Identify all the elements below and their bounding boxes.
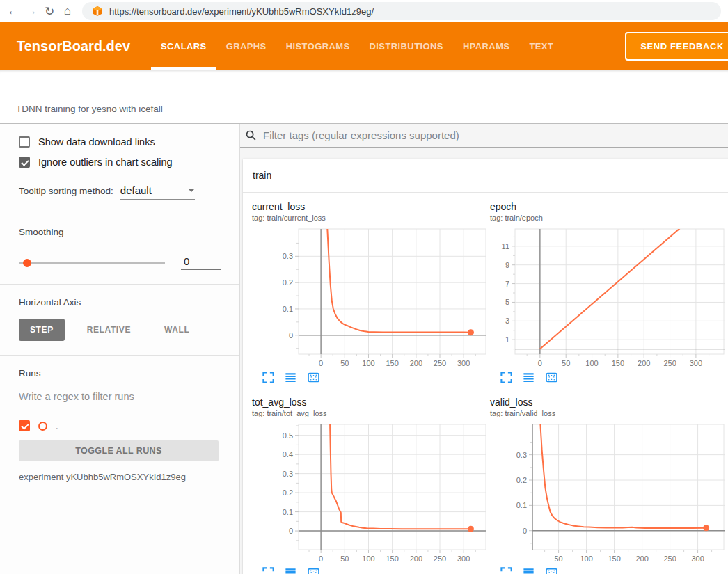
svg-text:250: 250 — [663, 555, 676, 563]
fullscreen-icon[interactable] — [262, 371, 275, 384]
show-download-links-checkbox[interactable]: Show data download links — [19, 136, 221, 148]
data-table-icon[interactable] — [284, 566, 297, 574]
svg-text:50: 50 — [340, 359, 349, 367]
browser-toolbar: ← → ↻ ⌂ https://tensorboard.dev/experime… — [0, 0, 728, 22]
svg-text:150: 150 — [386, 359, 398, 367]
svg-text:150: 150 — [386, 555, 398, 563]
section-title-train[interactable]: train — [243, 159, 728, 193]
experiment-id-note: experiment yKUbhb5wRmOSXYkId1z9eg — [19, 472, 221, 482]
tab-hparams[interactable]: HPARAMS — [453, 22, 520, 70]
reload-icon[interactable]: ↻ — [40, 2, 58, 20]
toggle-all-runs-button[interactable]: TOGGLE ALL RUNS — [19, 440, 219, 461]
line-chart[interactable]: 5010015020025030000.10.20.3 — [490, 421, 725, 565]
axis-step-button[interactable]: STEP — [19, 319, 65, 341]
fit-domain-icon[interactable] — [544, 566, 559, 574]
line-chart[interactable]: 0501001502002503001357911 — [490, 225, 725, 369]
address-bar[interactable]: https://tensorboard.dev/experiment/yKUbh… — [82, 2, 721, 20]
svg-text:300: 300 — [457, 555, 470, 563]
tooltip-sorting-select[interactable]: default — [120, 184, 195, 200]
axis-wall-button[interactable]: WALL — [153, 319, 200, 341]
tag-filter-input[interactable] — [263, 129, 728, 141]
slider-thumb[interactable] — [23, 259, 31, 267]
runs-filter-input[interactable] — [19, 391, 221, 408]
chart-title: valid_loss — [490, 397, 725, 408]
chart-tag: tag: train/valid_loss — [490, 409, 725, 418]
chart-title: current_loss — [252, 201, 486, 212]
svg-text:0.4: 0.4 — [283, 450, 293, 459]
smoothing-section: Smoothing 0 — [0, 214, 239, 284]
fit-domain-icon[interactable] — [306, 566, 321, 574]
chart-title: tot_avg_loss — [252, 397, 486, 408]
svg-text:300: 300 — [457, 359, 470, 367]
fit-domain-icon[interactable] — [544, 371, 559, 384]
svg-text:100: 100 — [362, 359, 374, 367]
url-text: https://tensorboard.dev/experiment/yKUbh… — [109, 6, 374, 17]
line-chart[interactable]: 05010015020025030000.10.20.3 — [252, 225, 486, 369]
train-section-card: train current_loss tag: train/current_lo… — [243, 159, 728, 574]
svg-text:250: 250 — [434, 555, 446, 563]
tab-scalars[interactable]: SCALARS — [151, 22, 216, 70]
run-list-item[interactable]: . — [19, 420, 221, 431]
nav-tabs: SCALARS GRAPHS HISTOGRAMS DISTRIBUTIONS … — [151, 22, 563, 70]
tooltip-sorting-label: Tooltip sorting method: — [19, 186, 113, 196]
horizontal-axis-section: Horizontal Axis STEP RELATIVE WALL — [0, 284, 239, 355]
svg-text:150: 150 — [608, 555, 620, 563]
svg-text:300: 300 — [690, 359, 702, 367]
tensorboard-favicon — [92, 6, 103, 17]
svg-text:0.3: 0.3 — [516, 451, 527, 459]
svg-text:50: 50 — [340, 555, 349, 563]
charts-grid: current_loss tag: train/current_loss 050… — [243, 193, 728, 574]
tab-distributions[interactable]: DISTRIBUTIONS — [360, 22, 453, 70]
app-brand: TensorBoard.dev — [17, 38, 130, 54]
run-checkbox-icon[interactable] — [19, 420, 30, 431]
data-table-icon[interactable] — [522, 371, 535, 384]
svg-text:0: 0 — [319, 555, 323, 563]
axis-relative-button[interactable]: RELATIVE — [76, 319, 142, 341]
svg-text:200: 200 — [638, 359, 650, 367]
svg-text:5: 5 — [505, 298, 509, 306]
svg-text:0.3: 0.3 — [283, 470, 293, 478]
svg-text:0.3: 0.3 — [283, 252, 293, 260]
fullscreen-icon[interactable] — [500, 371, 513, 384]
svg-text:100: 100 — [585, 359, 598, 367]
tab-histograms[interactable]: HISTOGRAMS — [276, 22, 360, 70]
tab-graphs[interactable]: GRAPHS — [216, 22, 276, 70]
smoothing-label: Smoothing — [19, 227, 221, 237]
smoothing-value-input[interactable]: 0 — [181, 255, 221, 270]
data-table-icon[interactable] — [522, 566, 535, 574]
svg-text:0: 0 — [538, 359, 542, 367]
ignore-outliers-checkbox[interactable]: Ignore outliers in chart scaling — [19, 157, 221, 168]
checkbox-unchecked-icon[interactable] — [19, 136, 30, 148]
svg-text:0.1: 0.1 — [283, 305, 293, 313]
experiment-title: TDNN training for yesno with icefall — [16, 104, 163, 114]
svg-text:1: 1 — [505, 335, 509, 344]
experiment-title-strip: TDNN training for yesno with icefall — [0, 70, 728, 124]
runs-section: Runs . TOGGLE ALL RUNS experiment yKUbhb… — [0, 355, 239, 496]
settings-sidebar: Show data download links Ignore outliers… — [0, 124, 240, 574]
fit-domain-icon[interactable] — [306, 371, 321, 384]
fullscreen-icon[interactable] — [262, 566, 275, 574]
svg-text:0.2: 0.2 — [283, 488, 293, 497]
svg-text:0: 0 — [289, 331, 293, 340]
run-name: . — [56, 421, 58, 431]
fullscreen-icon[interactable] — [500, 566, 513, 574]
checkbox-label: Show data download links — [38, 136, 155, 148]
smoothing-slider[interactable] — [19, 262, 165, 264]
tag-filter-row — [240, 124, 728, 148]
data-table-icon[interactable] — [284, 371, 297, 384]
back-icon[interactable]: ← — [4, 2, 22, 20]
line-chart[interactable]: 05010015020025030000.10.20.30.40.5 — [252, 421, 486, 565]
svg-text:200: 200 — [410, 555, 422, 563]
forward-icon[interactable]: → — [22, 2, 40, 20]
svg-text:50: 50 — [554, 555, 562, 563]
svg-text:0: 0 — [523, 527, 527, 535]
send-feedback-button[interactable]: SEND FEEDBACK — [625, 32, 728, 61]
tab-text[interactable]: TEXT — [519, 22, 563, 70]
chart-card-tot-avg-loss: tot_avg_loss tag: train/tot_avg_loss 050… — [252, 397, 486, 574]
checkbox-checked-icon[interactable] — [19, 157, 30, 168]
run-color-icon — [38, 422, 47, 431]
svg-text:0.5: 0.5 — [283, 431, 293, 440]
svg-text:3: 3 — [505, 317, 509, 325]
checkbox-label: Ignore outliers in chart scaling — [38, 157, 173, 168]
home-icon[interactable]: ⌂ — [58, 2, 77, 20]
